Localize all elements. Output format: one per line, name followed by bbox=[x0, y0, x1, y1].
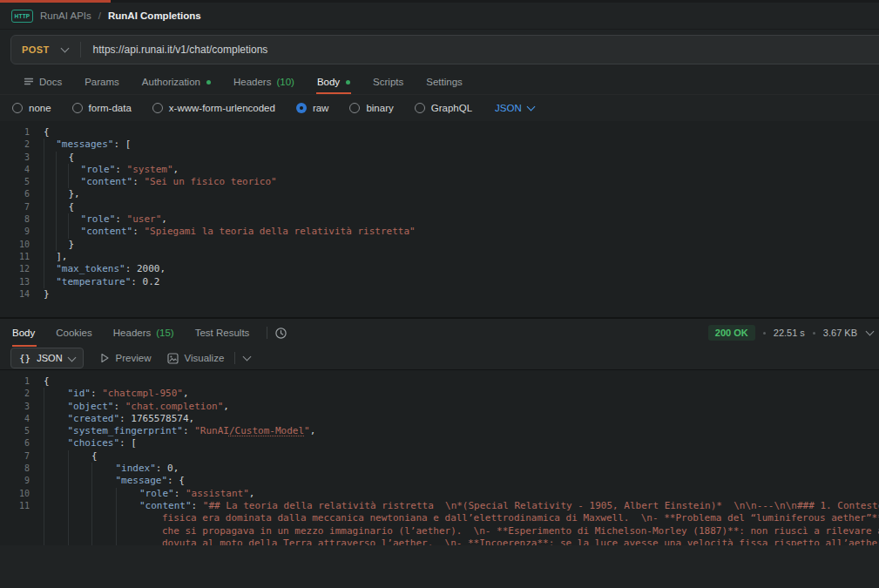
line-number: 11 bbox=[0, 251, 30, 263]
indent-guide bbox=[68, 475, 92, 487]
tab-count: (15) bbox=[156, 328, 173, 338]
code-line: 14} bbox=[0, 288, 879, 301]
response-time: 22.51 s bbox=[774, 328, 805, 338]
code-line: 10"role": "assistant", bbox=[0, 488, 879, 500]
preview-button[interactable]: Preview bbox=[99, 353, 152, 363]
response-tab-test-results[interactable]: Test Results bbox=[185, 319, 260, 347]
code-line: 1{ bbox=[0, 126, 879, 139]
body-mode-none[interactable]: none bbox=[12, 103, 51, 113]
indent-guide bbox=[44, 437, 68, 449]
meta-separator bbox=[813, 332, 815, 335]
line-number: 5 bbox=[0, 425, 30, 437]
request-tab-docs[interactable]: Docs bbox=[12, 70, 73, 94]
indent-guide bbox=[44, 188, 56, 200]
toolbar-chevron-icon[interactable] bbox=[243, 352, 252, 361]
code-line: 3{ bbox=[0, 152, 879, 164]
body-mode-binary[interactable]: binary bbox=[349, 103, 393, 113]
code-line: 4"created": 1765578574, bbox=[0, 413, 879, 425]
code-line: fisica era dominata dalla meccanica newt… bbox=[0, 512, 879, 524]
request-tab-authorization[interactable]: Authorization bbox=[131, 70, 222, 94]
response-tab-headers[interactable]: Headers(15) bbox=[103, 319, 185, 347]
indent-guide bbox=[44, 213, 56, 226]
meta-separator bbox=[763, 332, 766, 335]
line-number: 8 bbox=[0, 213, 30, 226]
line-number: 14 bbox=[0, 288, 30, 301]
breadcrumb-request-name[interactable]: RunAI Completions bbox=[108, 10, 201, 21]
line-number: 13 bbox=[0, 276, 30, 288]
indent-guide bbox=[116, 525, 140, 537]
save-response-chevron-icon[interactable] bbox=[866, 327, 875, 335]
body-mode-raw[interactable]: raw bbox=[296, 103, 329, 113]
body-mode-graphql[interactable]: GraphQL bbox=[415, 103, 472, 113]
breadcrumb-collection[interactable]: RunAI APIs bbox=[40, 10, 91, 21]
response-body-editor[interactable]: 1{2"id": "chatcmpl-950",3"object": "chat… bbox=[0, 370, 879, 545]
radio-icon bbox=[72, 103, 83, 113]
raw-language-select[interactable]: JSON bbox=[495, 103, 534, 113]
line-number: 10 bbox=[0, 488, 30, 500]
indent-guide bbox=[68, 226, 80, 238]
http-badge-icon: HTTP bbox=[11, 10, 33, 23]
indent-guide bbox=[44, 201, 56, 213]
body-mode-form-data[interactable]: form-data bbox=[72, 103, 132, 113]
indent-guide bbox=[56, 152, 68, 164]
tab-label: Cookies bbox=[56, 328, 92, 338]
line-number: 1 bbox=[0, 126, 30, 139]
indent-guide bbox=[68, 176, 80, 188]
response-meta: 200 OK 22.51 s 3.67 KB bbox=[708, 325, 870, 341]
indent-guide bbox=[44, 450, 68, 463]
request-tab-body[interactable]: Body bbox=[306, 70, 362, 94]
indent-guide bbox=[91, 525, 116, 537]
line-number: 4 bbox=[0, 164, 30, 176]
indent-guide bbox=[68, 463, 92, 475]
radio-icon bbox=[349, 103, 360, 113]
image-icon bbox=[167, 353, 179, 364]
body-mode-x-www-form-urlencoded[interactable]: x-www-form-urlencoded bbox=[152, 103, 275, 113]
tab-count: (10) bbox=[276, 77, 294, 87]
mode-label: binary bbox=[366, 103, 393, 113]
response-format-select[interactable]: {} JSON bbox=[10, 348, 84, 368]
indent-guide bbox=[44, 401, 68, 413]
tab-label: Body bbox=[12, 328, 35, 338]
request-tab-settings[interactable]: Settings bbox=[415, 70, 474, 94]
code-line: 10} bbox=[0, 239, 879, 251]
history-icon[interactable] bbox=[274, 327, 287, 340]
indent-guide bbox=[68, 512, 92, 524]
response-size: 3.67 KB bbox=[823, 328, 857, 338]
indent-guide bbox=[68, 450, 92, 463]
response-tab-cookies[interactable]: Cookies bbox=[45, 319, 103, 347]
tab-label: Headers bbox=[233, 77, 271, 87]
indent-guide bbox=[44, 276, 56, 288]
tab-label: Params bbox=[85, 77, 119, 87]
line-number: 3 bbox=[0, 401, 30, 413]
format-label: JSON bbox=[37, 353, 62, 363]
indent-guide bbox=[44, 425, 68, 437]
indent-guide bbox=[68, 537, 92, 545]
response-tab-body[interactable]: Body bbox=[12, 319, 45, 347]
toolbar-divider bbox=[234, 352, 235, 364]
response-tabs-divider bbox=[267, 327, 267, 339]
request-tab-headers[interactable]: Headers(10) bbox=[222, 70, 306, 94]
line-number bbox=[0, 537, 30, 545]
code-line: 11"content": "## La teoria della relativ… bbox=[0, 500, 879, 512]
indent-guide bbox=[56, 226, 68, 238]
radio-icon bbox=[152, 103, 163, 113]
mode-label: form-data bbox=[89, 103, 132, 113]
indent-guide bbox=[44, 226, 56, 238]
request-tab-scripts[interactable]: Scripts bbox=[362, 70, 415, 94]
indent-guide bbox=[91, 500, 116, 512]
response-toolbar: {} JSON Preview Visualize bbox=[0, 347, 879, 370]
visualize-button[interactable]: Visualize bbox=[167, 353, 225, 364]
method-dropdown-chevron-icon[interactable] bbox=[60, 44, 69, 52]
line-number: 11 bbox=[0, 500, 30, 512]
url-input[interactable]: https://api.runai.it/v1/chat/completions bbox=[81, 44, 268, 56]
line-number: 9 bbox=[0, 226, 30, 238]
request-tab-params[interactable]: Params bbox=[73, 70, 131, 94]
visualize-label: Visualize bbox=[185, 353, 225, 363]
tab-label: Settings bbox=[426, 77, 463, 87]
request-body-editor[interactable]: 1{2"messages": [3{4"role": "system",5"co… bbox=[0, 121, 879, 318]
mode-label: GraphQL bbox=[431, 103, 472, 113]
line-number: 5 bbox=[0, 176, 30, 188]
line-number: 4 bbox=[0, 413, 30, 425]
line-number: 2 bbox=[0, 139, 30, 151]
mode-label: none bbox=[29, 103, 51, 113]
